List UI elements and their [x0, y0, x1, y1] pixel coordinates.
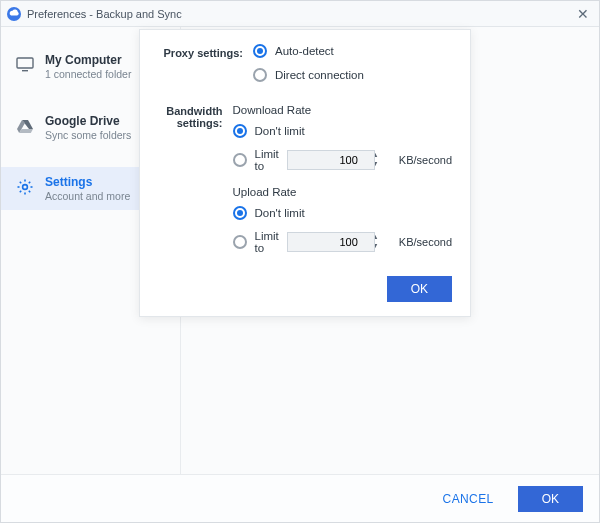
sidebar-item-title: Google Drive [45, 114, 131, 128]
cloud-sync-icon [7, 7, 21, 21]
gear-icon [15, 177, 35, 197]
close-icon[interactable]: ✕ [573, 4, 593, 24]
sidebar-item-title: My Computer [45, 53, 131, 67]
proxy-direct-option[interactable]: Direct connection [253, 68, 452, 82]
svg-line-13 [20, 191, 21, 192]
radio-label: Direct connection [275, 69, 364, 81]
upload-dont-limit-option[interactable]: Don't limit [233, 206, 452, 220]
sidebar-item-subtitle: 1 connected folder [45, 68, 131, 80]
preferences-window: Preferences - Backup and Sync ✕ My Compu… [0, 0, 600, 523]
proxy-auto-detect-option[interactable]: Auto-detect [253, 44, 452, 58]
network-settings-dialog: Proxy settings: Auto-detect Direct conne… [139, 29, 471, 317]
main-area: Proxy settings: Auto-detect Direct conne… [181, 27, 599, 474]
window-title: Preferences - Backup and Sync [27, 8, 182, 20]
radio-icon[interactable] [253, 44, 267, 58]
cancel-button[interactable]: CANCEL [427, 486, 510, 512]
footer: CANCEL OK [1, 474, 599, 522]
radio-icon[interactable] [233, 235, 247, 249]
ok-button[interactable]: OK [518, 486, 583, 512]
radio-icon[interactable] [233, 124, 247, 138]
sidebar-item-title: Settings [45, 175, 130, 189]
download-limit-input[interactable] [287, 150, 375, 170]
body: My Computer 1 connected folder Google Dr… [1, 27, 599, 474]
drive-icon [15, 116, 35, 136]
radio-icon[interactable] [233, 153, 247, 167]
radio-label: Limit to [255, 230, 279, 254]
svg-point-6 [23, 185, 28, 190]
upload-limit-unit: KB/second [399, 236, 452, 248]
monitor-icon [15, 55, 35, 75]
download-limit-unit: KB/second [399, 154, 452, 166]
svg-marker-5 [19, 129, 33, 133]
svg-line-11 [20, 182, 21, 183]
download-rate-heading: Download Rate [233, 104, 452, 116]
upload-limit-input[interactable] [287, 232, 375, 252]
proxy-settings-label: Proxy settings: [158, 44, 253, 59]
sidebar-item-subtitle: Account and more [45, 190, 130, 202]
radio-label: Auto-detect [275, 45, 334, 57]
dialog-ok-button[interactable]: OK [387, 276, 452, 302]
titlebar: Preferences - Backup and Sync ✕ [1, 1, 599, 27]
upload-limit-to-option[interactable]: Limit to ▲ ▼ KB/second [233, 230, 452, 254]
radio-label: Limit to [255, 148, 279, 172]
download-limit-to-option[interactable]: Limit to ▲ ▼ KB/second [233, 148, 452, 172]
sidebar-item-subtitle: Sync some folders [45, 129, 131, 141]
radio-icon[interactable] [253, 68, 267, 82]
radio-label: Don't limit [255, 125, 305, 137]
svg-rect-2 [22, 70, 28, 71]
download-dont-limit-option[interactable]: Don't limit [233, 124, 452, 138]
radio-icon[interactable] [233, 206, 247, 220]
svg-line-14 [29, 182, 30, 183]
upload-rate-heading: Upload Rate [233, 186, 452, 198]
svg-line-12 [29, 191, 30, 192]
radio-label: Don't limit [255, 207, 305, 219]
svg-rect-1 [17, 58, 33, 68]
bandwidth-settings-label: Bandwidth settings: [158, 102, 233, 129]
